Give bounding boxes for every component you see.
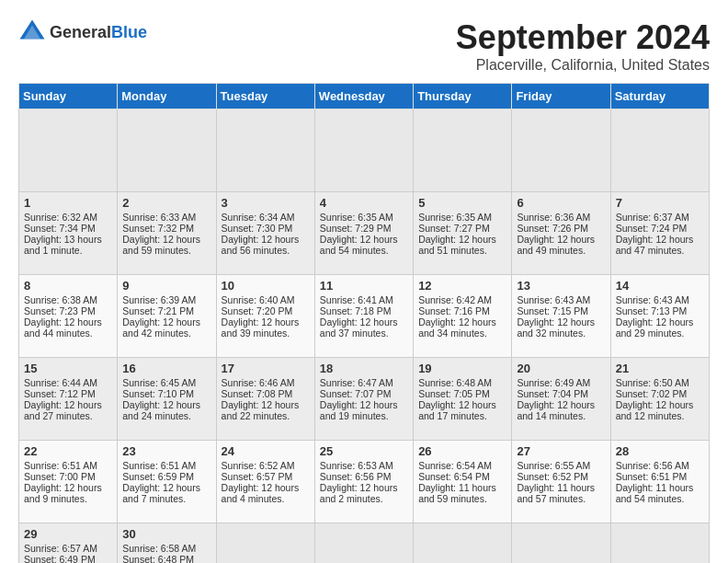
day-number: 16 bbox=[122, 362, 210, 375]
calendar-cell: 29Sunrise: 6:57 AMSunset: 6:49 PMDayligh… bbox=[19, 523, 118, 564]
calendar-cell: 6Sunrise: 6:36 AMSunset: 7:26 PMDaylight… bbox=[512, 192, 610, 275]
day-info-line: Daylight: 11 hours bbox=[616, 482, 704, 493]
day-info-line: Sunset: 7:26 PM bbox=[517, 223, 605, 234]
day-info-line: Daylight: 12 hours bbox=[320, 316, 408, 327]
day-header-tuesday: Tuesday bbox=[216, 84, 314, 109]
day-info-line: and 17 minutes. bbox=[418, 410, 506, 421]
day-number: 28 bbox=[616, 444, 704, 458]
day-info-line: and 57 minutes. bbox=[517, 493, 605, 504]
calendar-cell bbox=[118, 109, 216, 192]
calendar-cell bbox=[314, 109, 413, 192]
day-info-line: and 9 minutes. bbox=[24, 493, 112, 504]
calendar-cell: 15Sunrise: 6:44 AMSunset: 7:12 PMDayligh… bbox=[19, 358, 118, 441]
calendar-cell: 16Sunrise: 6:45 AMSunset: 7:10 PMDayligh… bbox=[118, 358, 216, 441]
day-info-line: Sunset: 7:04 PM bbox=[517, 388, 605, 399]
day-info-line: Sunrise: 6:43 AM bbox=[517, 294, 605, 305]
day-info-line: and 7 minutes. bbox=[122, 493, 210, 504]
day-info-line: Daylight: 11 hours bbox=[517, 482, 605, 493]
day-info-line: Sunrise: 6:52 AM bbox=[222, 460, 310, 471]
day-info-line: Sunrise: 6:43 AM bbox=[616, 294, 704, 305]
day-info-line: Daylight: 12 hours bbox=[616, 399, 704, 410]
location-title: Placerville, California, United States bbox=[456, 57, 710, 74]
day-info-line: Sunrise: 6:38 AM bbox=[24, 294, 112, 305]
day-info-line: Sunrise: 6:54 AM bbox=[418, 460, 506, 471]
day-info-line: and 32 minutes. bbox=[517, 327, 605, 339]
calendar-cell bbox=[610, 109, 709, 192]
calendar-cell bbox=[610, 523, 709, 564]
day-info-line: Sunrise: 6:45 AM bbox=[122, 377, 210, 388]
calendar-cell: 17Sunrise: 6:46 AMSunset: 7:08 PMDayligh… bbox=[216, 358, 314, 441]
day-info-line: Sunrise: 6:33 AM bbox=[122, 212, 210, 223]
day-number: 5 bbox=[418, 196, 506, 210]
day-info-line: Sunset: 7:00 PM bbox=[24, 471, 112, 482]
calendar-cell: 25Sunrise: 6:53 AMSunset: 6:56 PMDayligh… bbox=[314, 441, 413, 523]
day-info-line: and 59 minutes. bbox=[418, 493, 506, 504]
day-info-line: Daylight: 12 hours bbox=[418, 399, 506, 410]
day-header-saturday: Saturday bbox=[610, 84, 709, 109]
day-number: 7 bbox=[616, 196, 704, 210]
day-info-line: Daylight: 12 hours bbox=[616, 316, 704, 327]
day-info-line: and 39 minutes. bbox=[222, 327, 310, 339]
day-info-line: Daylight: 12 hours bbox=[24, 316, 112, 327]
calendar-cell: 11Sunrise: 6:41 AMSunset: 7:18 PMDayligh… bbox=[314, 275, 413, 358]
day-number: 24 bbox=[222, 444, 310, 458]
day-number: 1 bbox=[24, 196, 112, 210]
calendar-cell bbox=[512, 523, 610, 564]
day-info-line: Sunset: 6:52 PM bbox=[517, 471, 605, 482]
calendar-cell bbox=[314, 523, 413, 564]
day-info-line: Sunrise: 6:58 AM bbox=[122, 543, 210, 554]
day-info-line: Sunset: 7:23 PM bbox=[24, 305, 112, 316]
day-info-line: Daylight: 12 hours bbox=[517, 234, 605, 245]
logo-text-blue: Blue bbox=[111, 23, 147, 41]
day-info-line: Daylight: 12 hours bbox=[616, 234, 704, 245]
day-info-line: Daylight: 12 hours bbox=[222, 399, 310, 410]
day-number: 9 bbox=[122, 279, 210, 293]
day-info-line: and 54 minutes. bbox=[320, 245, 408, 256]
calendar-cell: 5Sunrise: 6:35 AMSunset: 7:27 PMDaylight… bbox=[414, 192, 512, 275]
day-info-line: Sunrise: 6:53 AM bbox=[320, 460, 408, 471]
calendar-cell: 19Sunrise: 6:48 AMSunset: 7:05 PMDayligh… bbox=[414, 358, 512, 441]
day-number: 22 bbox=[24, 444, 112, 458]
calendar-cell: 4Sunrise: 6:35 AMSunset: 7:29 PMDaylight… bbox=[314, 192, 413, 275]
day-info-line: Sunset: 6:59 PM bbox=[122, 471, 210, 482]
day-info-line: and 29 minutes. bbox=[616, 327, 704, 339]
day-number: 2 bbox=[122, 196, 210, 210]
calendar-cell: 13Sunrise: 6:43 AMSunset: 7:15 PMDayligh… bbox=[512, 275, 610, 358]
day-info-line: Sunset: 7:16 PM bbox=[418, 305, 506, 316]
day-number: 25 bbox=[320, 444, 408, 458]
day-info-line: and 59 minutes. bbox=[122, 245, 210, 256]
day-number: 29 bbox=[24, 527, 112, 541]
day-info-line: Daylight: 12 hours bbox=[122, 482, 210, 493]
day-info-line: Sunset: 6:49 PM bbox=[24, 554, 112, 563]
day-info-line: Daylight: 11 hours bbox=[418, 482, 506, 493]
day-info-line: Sunrise: 6:35 AM bbox=[320, 212, 408, 223]
day-info-line: Daylight: 12 hours bbox=[418, 234, 506, 245]
day-info-line: Daylight: 12 hours bbox=[122, 316, 210, 327]
day-number: 10 bbox=[222, 279, 310, 293]
day-info-line: Sunset: 7:32 PM bbox=[122, 223, 210, 234]
calendar-cell: 14Sunrise: 6:43 AMSunset: 7:13 PMDayligh… bbox=[610, 275, 709, 358]
day-info-line: Sunset: 7:02 PM bbox=[616, 388, 704, 399]
day-number: 21 bbox=[616, 362, 704, 375]
day-number: 11 bbox=[320, 279, 408, 293]
calendar-cell: 20Sunrise: 6:49 AMSunset: 7:04 PMDayligh… bbox=[512, 358, 610, 441]
calendar-cell bbox=[216, 523, 314, 564]
calendar-cell: 9Sunrise: 6:39 AMSunset: 7:21 PMDaylight… bbox=[118, 275, 216, 358]
day-info-line: Sunrise: 6:36 AM bbox=[517, 212, 605, 223]
day-info-line: Sunrise: 6:32 AM bbox=[24, 212, 112, 223]
calendar-cell: 28Sunrise: 6:56 AMSunset: 6:51 PMDayligh… bbox=[610, 441, 709, 523]
day-number: 6 bbox=[517, 196, 605, 210]
day-info-line: Daylight: 12 hours bbox=[517, 316, 605, 327]
month-title: September 2024 bbox=[456, 18, 710, 57]
day-number: 15 bbox=[24, 362, 112, 375]
day-info-line: Sunset: 7:12 PM bbox=[24, 388, 112, 399]
day-number: 4 bbox=[320, 196, 408, 210]
day-info-line: and 27 minutes. bbox=[24, 410, 112, 421]
day-info-line: Sunset: 6:57 PM bbox=[222, 471, 310, 482]
day-info-line: Sunrise: 6:44 AM bbox=[24, 377, 112, 388]
day-number: 30 bbox=[122, 527, 210, 541]
day-header-monday: Monday bbox=[118, 84, 216, 109]
day-info-line: and 49 minutes. bbox=[517, 245, 605, 256]
calendar-table: SundayMondayTuesdayWednesdayThursdayFrid… bbox=[18, 83, 710, 563]
calendar-cell: 1Sunrise: 6:32 AMSunset: 7:34 PMDaylight… bbox=[19, 192, 118, 275]
